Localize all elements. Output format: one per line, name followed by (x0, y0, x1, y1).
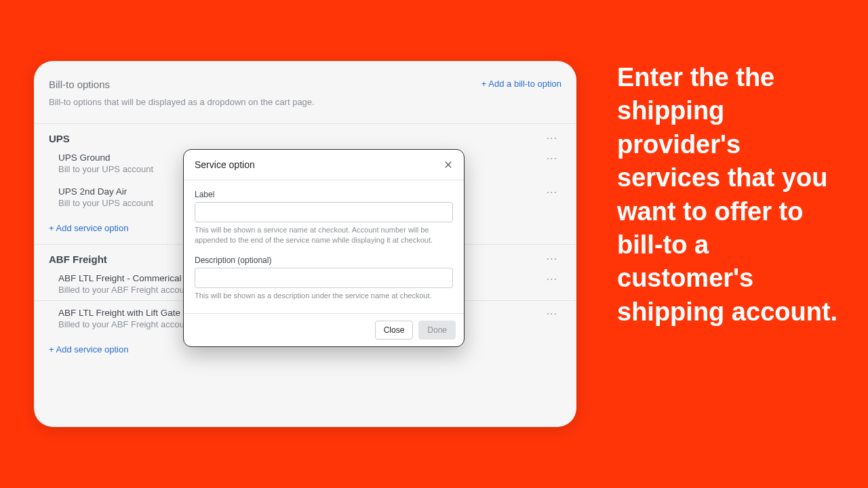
label-help-text: This will be shown a service name at che… (195, 225, 453, 246)
service-label: UPS Ground (58, 152, 153, 163)
provider-name: UPS (49, 133, 70, 144)
provider-menu-icon[interactable]: ··· (542, 253, 561, 265)
close-button[interactable]: Close (375, 321, 414, 340)
service-desc: Bill to your UPS account (58, 164, 153, 174)
hero-text: Enter the the shipping provider's servic… (617, 61, 841, 434)
provider-row-ups: UPS ··· (49, 124, 561, 150)
label-field-block: Label This will be shown a service name … (195, 190, 453, 246)
service-menu-icon[interactable]: ··· (542, 186, 561, 208)
service-label: UPS 2nd Day Air (58, 186, 153, 197)
service-menu-icon[interactable]: ··· (542, 308, 561, 329)
card-title: Bill-to options (49, 79, 110, 90)
service-desc: Bill to your UPS account (58, 198, 153, 208)
card-header: Bill-to options + Add a bill-to option (49, 79, 561, 90)
description-input[interactable] (195, 268, 453, 288)
service-option-modal: Service option Label This will be shown … (183, 149, 465, 347)
service-menu-icon[interactable]: ··· (542, 152, 561, 174)
provider-name: ABF Freight (49, 253, 107, 265)
description-field-label: Description (optional) (195, 256, 453, 265)
settings-card: Bill-to options + Add a bill-to option B… (34, 61, 576, 427)
provider-menu-icon[interactable]: ··· (542, 132, 561, 144)
service-menu-icon[interactable]: ··· (542, 273, 561, 295)
card-subtitle: Bill-to options that will be displayed a… (49, 97, 561, 107)
modal-title: Service option (195, 159, 255, 170)
add-bill-to-option-link[interactable]: + Add a bill-to option (481, 79, 561, 89)
description-field-block: Description (optional) This will be show… (195, 256, 453, 301)
close-icon[interactable] (443, 160, 453, 169)
modal-footer: Close Done (184, 313, 464, 346)
label-field-label: Label (195, 190, 453, 199)
done-button[interactable]: Done (418, 321, 456, 340)
modal-header: Service option (184, 150, 464, 180)
description-help-text: This will be shown as a description unde… (195, 291, 453, 301)
modal-body: Label This will be shown a service name … (184, 180, 464, 313)
label-input[interactable] (195, 202, 453, 222)
